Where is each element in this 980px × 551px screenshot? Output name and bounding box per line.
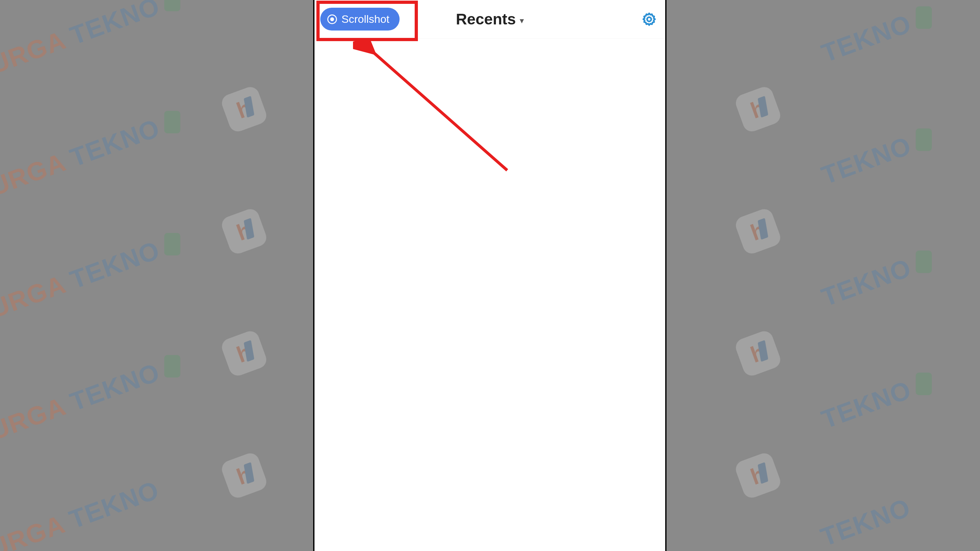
scrollshot-button[interactable]: Scrollshot (320, 8, 399, 30)
chevron-down-icon: ▾ (520, 16, 524, 25)
top-bar: Scrollshot Recents ▾ (315, 0, 665, 38)
page-title: Recents (456, 10, 516, 28)
record-icon (327, 14, 337, 24)
gear-icon (641, 11, 657, 27)
settings-button[interactable] (641, 11, 657, 28)
empty-content-area (315, 38, 665, 551)
app-frame: Scrollshot Recents ▾ (313, 0, 667, 551)
title-dropdown[interactable]: Recents ▾ (456, 10, 524, 28)
svg-point-0 (647, 17, 651, 21)
scrollshot-label: Scrollshot (342, 13, 389, 25)
